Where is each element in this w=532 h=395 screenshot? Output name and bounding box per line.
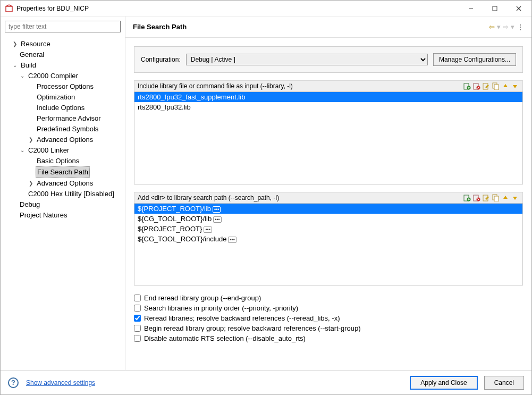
svg-rect-0 [6, 6, 12, 12]
show-advanced-settings-link[interactable]: Show advanced settings [26, 379, 95, 386]
dialog-footer: ? Show advanced settings Apply and Close… [1, 370, 531, 394]
check-disable-auto-rts[interactable]: Disable automatic RTS selection (--disab… [134, 334, 523, 342]
nav-forward-dropdown-icon: ▾ [511, 23, 514, 31]
delete-icon[interactable] [472, 194, 481, 202]
tree-include-options[interactable]: Include Options [5, 103, 121, 113]
list-item[interactable]: ${CG_TOOL_ROOT}/lib••• [134, 214, 522, 224]
nav-forward-icon: ⇨ [503, 23, 509, 31]
configuration-panel: Configuration: Debug [ Active ] Manage C… [134, 46, 523, 73]
copy-icon[interactable] [492, 82, 500, 90]
checkbox-input[interactable] [134, 315, 141, 322]
window-controls [459, 1, 530, 16]
tree-c2000-linker[interactable]: ⌄C2000 Linker [5, 145, 121, 156]
list-item[interactable]: ${PROJECT_ROOT}••• [134, 224, 522, 234]
nav-back-dropdown-icon[interactable]: ▾ [497, 23, 501, 31]
checkbox-input[interactable] [134, 335, 141, 342]
checkbox-group: End reread library group (--end-group) S… [134, 293, 523, 342]
list-item[interactable]: ${PROJECT_ROOT}/lib••• [134, 204, 522, 214]
check-end-group[interactable]: End reread library group (--end-group) [134, 294, 523, 302]
cancel-button[interactable]: Cancel [484, 376, 524, 390]
chevron-down-icon[interactable]: ⌄ [19, 147, 26, 154]
edit-icon[interactable] [482, 194, 491, 202]
chevron-right-icon[interactable]: ❯ [27, 180, 35, 187]
tree-project-natures[interactable]: Project Natures [5, 210, 121, 221]
minimize-button[interactable] [459, 1, 483, 16]
tree-optimization[interactable]: Optimization [5, 92, 121, 103]
chevron-right-icon[interactable]: ❯ [27, 136, 35, 144]
nav-back-icon[interactable]: ⇦ [489, 23, 495, 31]
tree-advanced-options-compiler[interactable]: ❯Advanced Options [5, 135, 121, 145]
filter-input[interactable] [5, 21, 121, 32]
titlebar: Properties for BDU_NICP [1, 1, 531, 16]
search-path-section: Add <dir> to library search path (--sear… [134, 192, 523, 285]
svg-rect-15 [494, 85, 499, 90]
check-reread[interactable]: Reread libraries; resolve backward refer… [134, 314, 523, 322]
tree-general[interactable]: General [5, 49, 121, 60]
tree-file-search-path[interactable]: File Search Path [5, 166, 121, 178]
tree-performance-advisor[interactable]: Performance Advisor [5, 113, 121, 124]
library-files-listbox[interactable]: rts2800_fpu32_fast_supplement.librts2800… [134, 91, 523, 184]
search-path-title: Add <dir> to library search path (--sear… [138, 194, 463, 201]
check-start-group[interactable]: Begin reread library group; resolve back… [134, 324, 523, 332]
move-down-icon[interactable] [511, 82, 519, 90]
tree-processor-options[interactable]: Processor Options [5, 81, 121, 92]
tree-basic-options[interactable]: Basic Options [5, 156, 121, 166]
tree-hex-utility[interactable]: C2000 Hex Utility [Disabled] [5, 189, 121, 199]
checkbox-input[interactable] [134, 325, 141, 332]
edit-icon[interactable] [482, 82, 491, 90]
configuration-label: Configuration: [141, 56, 181, 63]
list-item[interactable]: rts2800_fpu32_fast_supplement.lib [134, 92, 522, 102]
manage-configurations-button[interactable]: Manage Configurations... [433, 53, 516, 66]
search-path-header: Add <dir> to library search path (--sear… [134, 192, 523, 203]
variable-badge-icon: ••• [228, 237, 236, 243]
svg-rect-26 [494, 196, 499, 201]
chevron-right-icon[interactable]: ❯ [11, 40, 19, 48]
chevron-down-icon[interactable]: ⌄ [19, 72, 26, 80]
chevron-down-icon[interactable]: ⌄ [11, 62, 19, 69]
tree-c2000-compiler[interactable]: ⌄C2000 Compiler [5, 71, 121, 81]
app-icon [5, 4, 13, 13]
library-files-section: Include library file or command file as … [134, 80, 523, 184]
configuration-select[interactable]: Debug [ Active ] [186, 54, 428, 65]
tree-resource[interactable]: ❯Resource [5, 39, 121, 49]
delete-icon[interactable] [472, 82, 481, 90]
help-icon[interactable]: ? [8, 377, 19, 388]
move-down-icon[interactable] [511, 194, 519, 202]
library-files-header: Include library file or command file as … [134, 80, 523, 91]
search-path-listbox[interactable]: ${PROJECT_ROOT}/lib•••${CG_TOOL_ROOT}/li… [134, 203, 523, 285]
list-item[interactable]: rts2800_fpu32.lib [134, 102, 522, 112]
checkbox-input[interactable] [134, 295, 141, 301]
list-item[interactable]: ${CG_TOOL_ROOT}/include••• [134, 234, 522, 244]
window-title: Properties for BDU_NICP [16, 5, 459, 12]
add-icon[interactable] [463, 82, 471, 90]
check-priority[interactable]: Search libraries in priority order (--pr… [134, 304, 523, 312]
svg-rect-2 [493, 6, 497, 11]
close-button[interactable] [506, 1, 530, 16]
variable-badge-icon: ••• [213, 216, 221, 223]
view-menu-icon[interactable]: ⋮ [517, 24, 524, 30]
page-title: File Search Path [133, 23, 489, 31]
checkbox-input[interactable] [134, 305, 141, 312]
apply-and-close-button[interactable]: Apply and Close [410, 376, 477, 390]
variable-badge-icon: ••• [213, 206, 221, 213]
category-tree[interactable]: ❯Resource General ⌄Build ⌄C2000 Compiler… [5, 39, 121, 221]
sidebar: ❯Resource General ⌄Build ⌄C2000 Compiler… [1, 16, 125, 370]
tree-debug[interactable]: Debug [5, 199, 121, 210]
tree-build[interactable]: ⌄Build [5, 60, 121, 71]
variable-badge-icon: ••• [204, 226, 212, 233]
library-files-title: Include library file or command file as … [138, 82, 463, 90]
move-up-icon[interactable] [501, 194, 510, 202]
move-up-icon[interactable] [501, 82, 510, 90]
tree-advanced-options-linker[interactable]: ❯Advanced Options [5, 178, 121, 189]
content-header: File Search Path ⇦ ▾ ⇨ ▾ ⋮ [125, 16, 531, 38]
tree-predefined-symbols[interactable]: Predefined Symbols [5, 124, 121, 135]
maximize-button[interactable] [483, 1, 506, 16]
copy-icon[interactable] [492, 194, 500, 202]
add-icon[interactable] [463, 194, 471, 202]
